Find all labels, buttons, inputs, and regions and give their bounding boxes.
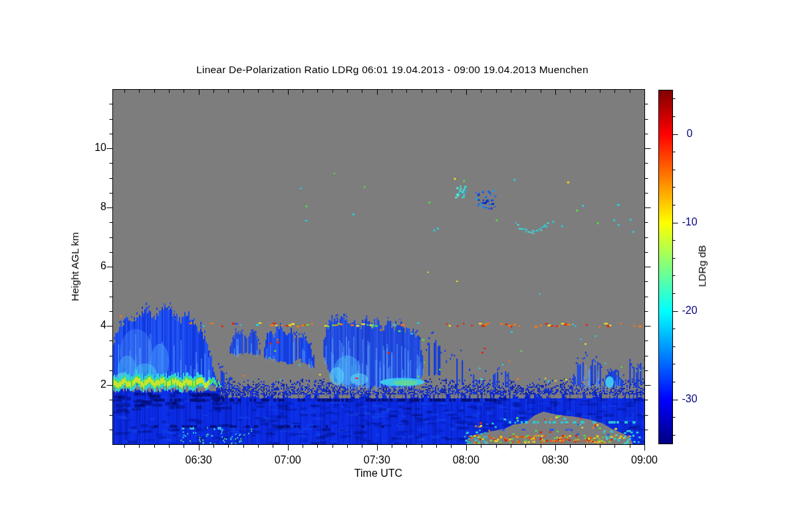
y-axis-label: Height AGL km xyxy=(69,232,81,301)
x-axis-label: Time UTC xyxy=(354,467,402,479)
ldr-time-height-plot: Linear De-Polarization Ratio LDRg 06:01 … xyxy=(0,0,798,532)
colorbar-label: LDRg dB xyxy=(696,245,708,287)
chart-title: Linear De-Polarization Ratio LDRg 06:01 … xyxy=(112,64,672,76)
heatmap-canvas xyxy=(0,0,798,532)
